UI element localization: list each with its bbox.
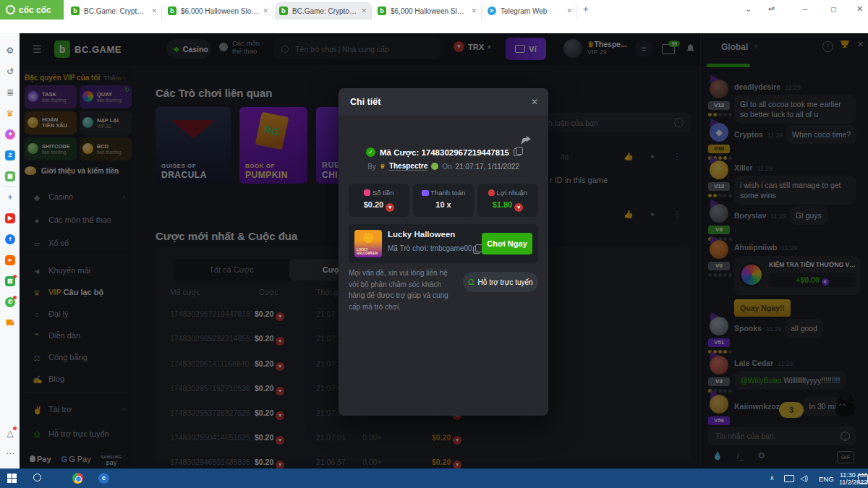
tab-search-icon[interactable]: ⌄ xyxy=(745,4,752,14)
tab-close-icon[interactable]: ✕ xyxy=(263,7,268,14)
window-close-button[interactable]: ✕ xyxy=(856,4,863,14)
comment-actions[interactable]: 👍 ● ⋮ xyxy=(624,210,681,218)
bcgame-logo-icon[interactable]: b xyxy=(54,40,70,58)
live-support-button[interactable]: Ω Hỗ trợ trực tuyến xyxy=(463,272,538,292)
sports-nav-button[interactable]: Các môn thể thao xyxy=(219,39,260,55)
play-now-button[interactable]: Chơi Ngay xyxy=(482,233,532,254)
referral-link[interactable]: Giới thiệu và kiếm tiền xyxy=(25,166,119,175)
vip-tile-spin[interactable]: QUAYtiền thưởng ↻ xyxy=(80,85,132,108)
rain-tip-icon[interactable]: 💧 xyxy=(712,451,723,461)
casino-nav-button[interactable]: ◆ Casino xyxy=(166,39,211,59)
bet-row[interactable]: 1748302950414651525$0.20 ▼21:07:010.00×$… xyxy=(156,426,691,450)
shopping-cart-icon[interactable]: ⛟ xyxy=(5,318,15,328)
more-dots-icon[interactable]: ⋯ xyxy=(5,448,15,458)
avatar[interactable] xyxy=(710,160,728,179)
avatar[interactable] xyxy=(710,204,728,223)
like-icon[interactable]: 👍 xyxy=(624,210,632,218)
network-icon[interactable] xyxy=(784,475,794,482)
lucky-spin-promo-card[interactable]: KIỂM TRA TIỀN THƯỞNG VÒNG QU +$0.00 ¢ xyxy=(734,256,860,295)
chat-username[interactable]: Boryslav xyxy=(734,211,766,220)
sidebar-item-vip-club[interactable]: ♛ VIP Câu lạc bộ xyxy=(20,282,134,304)
copy-icon[interactable] xyxy=(473,246,480,254)
game-thumbnail[interactable]: LUCKYHALLOWEEN xyxy=(354,230,382,257)
game-card-guises-of-dracula[interactable]: GUISES OF DRACULA xyxy=(156,107,231,184)
reply-icon[interactable]: ● xyxy=(648,152,657,160)
vip-tile-task[interactable]: TASKtiền thưởng xyxy=(25,85,77,108)
comment-actions[interactable]: 👍 ● ⋮ xyxy=(624,152,681,160)
chat-input[interactable]: ‿ xyxy=(708,427,856,445)
language-indicator[interactable]: ENG xyxy=(819,475,834,483)
chat-app-icon[interactable]: ✆ xyxy=(5,297,15,307)
coccoc-taskbar-icon[interactable]: c xyxy=(98,473,109,484)
sidebar-item-fairness[interactable]: ⚖ Công bằng xyxy=(20,347,134,369)
inbox-button[interactable]: 99 xyxy=(662,44,675,54)
games-icon[interactable]: ▦ xyxy=(5,171,15,181)
facebook-icon[interactable]: f xyxy=(5,234,15,244)
tab-close-icon[interactable]: ✕ xyxy=(566,7,572,14)
youtube-icon[interactable]: ▶ xyxy=(5,213,15,223)
sidebar-item-affiliate[interactable]: ○ Đại lý xyxy=(20,304,134,325)
modal-close-icon[interactable]: ✕ xyxy=(531,97,538,107)
chevron-right-icon[interactable]: › xyxy=(754,41,757,51)
sidebar-item-lottery[interactable]: ▱ Xổ số xyxy=(20,233,134,254)
gift-icon[interactable]: ▧ xyxy=(5,276,15,286)
gif-picker-icon[interactable]: GIF xyxy=(837,451,854,463)
crown-vip-icon[interactable]: ♛ xyxy=(5,108,15,119)
tab-halloween-1[interactable]: b $6,000 Halloween Slot Battle ✕ xyxy=(163,2,273,20)
settings-gear-icon[interactable]: ⚙ xyxy=(5,46,15,56)
sidebar-item-promotions[interactable]: ◄ Khuyến mãi xyxy=(20,260,134,282)
hamburger-menu-icon[interactable]: ☰ xyxy=(33,43,42,55)
share-bet-icon[interactable] xyxy=(521,136,531,145)
messenger-icon[interactable]: ✦ xyxy=(5,129,15,140)
new-tab-button[interactable]: + xyxy=(583,4,589,14)
chrome-taskbar-icon[interactable] xyxy=(72,473,83,484)
new-messages-badge[interactable]: 3 xyxy=(779,402,804,418)
start-button[interactable] xyxy=(7,474,17,483)
notifications-bell-icon[interactable]: △ xyxy=(5,428,15,438)
more-dots-icon[interactable]: ⋮ xyxy=(673,152,681,160)
bet-list-icon[interactable]: ≡ xyxy=(636,40,652,56)
mention[interactable]: @WillyBobo xyxy=(740,376,781,385)
chat-username[interactable]: Cryptos xyxy=(734,130,763,139)
tab-close-icon[interactable]: ✕ xyxy=(471,7,477,14)
avatar[interactable] xyxy=(710,356,728,374)
trophy-icon[interactable] xyxy=(841,40,849,48)
chat-username[interactable]: Kaiinwnkzoz xyxy=(734,402,780,411)
emoji-icon[interactable] xyxy=(674,118,684,127)
sidebar-item-forum[interactable]: ❞ Diễn đàn xyxy=(20,325,134,347)
search-input[interactable] xyxy=(294,44,433,54)
chat-rules-icon[interactable]: ! xyxy=(822,41,833,52)
avatar[interactable] xyxy=(710,395,728,414)
sidebar-item-sports[interactable]: ● Các môn thể thao xyxy=(20,210,134,231)
vip-tile-rakeback[interactable]: HOÀNTIỀN XẤU xyxy=(25,111,77,134)
action-center-icon[interactable] xyxy=(858,474,868,484)
tray-expand-icon[interactable]: ∧ xyxy=(770,474,775,481)
chat-username[interactable]: deadlydesire xyxy=(734,82,780,91)
volume-icon[interactable]: ◁) xyxy=(800,474,808,482)
session-restore-icon[interactable]: ↫ xyxy=(768,4,775,14)
game-card-book-of-pumpkin[interactable]: RG BOOK OF PUMPKIN xyxy=(239,107,307,184)
user-avatar[interactable] xyxy=(563,39,582,58)
avatar[interactable] xyxy=(710,80,728,98)
currency-selector[interactable]: ▼ TRX ▾ xyxy=(454,41,491,52)
comment-input[interactable] xyxy=(528,113,691,132)
tab-close-icon[interactable]: ✕ xyxy=(361,7,367,14)
bcgame-logo-text[interactable]: BC.GAME xyxy=(75,44,122,55)
sidebar-item-casino[interactable]: ◆ Casino › xyxy=(20,187,134,208)
vip-tile-shitcode[interactable]: SHITCODEtiền thưởng xyxy=(25,137,77,160)
history-icon[interactable]: ↺ xyxy=(5,67,15,77)
tab-telegram[interactable]: ➤ Telegram Web ✕ xyxy=(483,2,577,20)
user-info[interactable]: ♛Thespe... VIP 29 xyxy=(587,40,627,56)
tab-halloween-2[interactable]: b $6,000 Halloween Slot Battle ✕ xyxy=(373,2,482,20)
reply-icon[interactable]: ● xyxy=(648,210,657,218)
chat-username[interactable]: Ahuiipniiwb xyxy=(734,243,778,252)
zalo-icon[interactable]: Z xyxy=(5,150,15,160)
chat-input-field[interactable] xyxy=(714,431,841,441)
comment-input-field[interactable] xyxy=(535,118,674,128)
chat-username[interactable]: Spooks xyxy=(734,324,762,333)
sidebar-item-sponsorship[interactable]: ✌ Tài trợ › xyxy=(20,399,134,421)
vip-tile-bcd[interactable]: BCDtiền thưởng xyxy=(80,137,132,160)
sidebar-item-live-support[interactable]: Ω Hỗ trợ trực tuyến xyxy=(20,424,134,445)
tab-close-icon[interactable]: ✕ xyxy=(151,7,157,14)
sidebar-item-blog[interactable]: ✍ Blog xyxy=(20,369,134,390)
